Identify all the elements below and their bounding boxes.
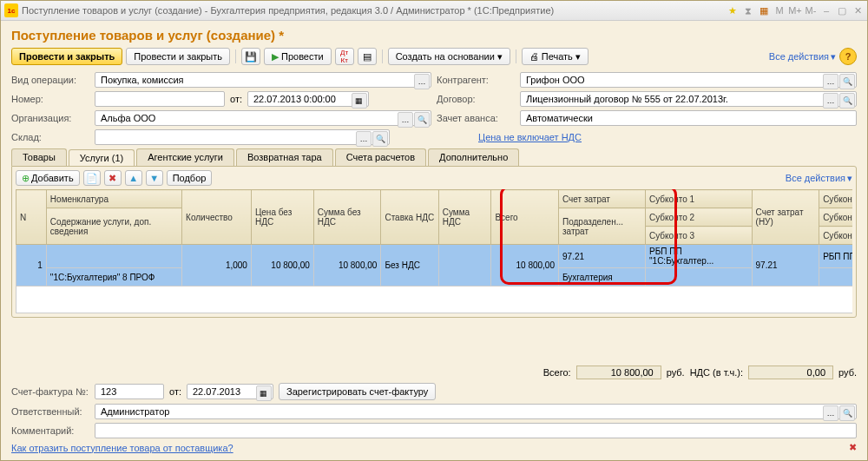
cell-total[interactable]: 10 800,00 [491, 245, 559, 286]
help-icon[interactable]: ? [839, 48, 857, 65]
operation-field[interactable]: … [95, 72, 431, 88]
date-field[interactable]: ▦ [247, 91, 369, 107]
col-rate[interactable]: Ставка НДС [381, 190, 438, 245]
search-icon[interactable]: 🔍 [839, 74, 855, 89]
col-sknu1[interactable]: Субконто НУ 1 [819, 190, 852, 208]
cell-sumnds[interactable] [438, 245, 491, 286]
tab-services[interactable]: Услуги (1) [69, 149, 135, 167]
col-nomenclature[interactable]: Номенклатура [46, 190, 181, 208]
dots-icon[interactable]: … [823, 405, 838, 421]
calc-m-icon[interactable]: M [773, 4, 786, 16]
col-total[interactable]: Всего [491, 190, 559, 245]
contractor-field[interactable]: …🔍 [520, 72, 857, 88]
tab-agent[interactable]: Агентские услуги [136, 148, 234, 166]
post-button[interactable]: ▶Провести [264, 48, 332, 65]
cell-qty[interactable]: 1,000 [182, 245, 252, 286]
pick-button[interactable]: Подбор [167, 170, 213, 186]
dots-icon[interactable]: … [823, 93, 838, 109]
col-sum[interactable]: Сумма без НДС [313, 190, 381, 245]
table-row[interactable]: 1 1,000 10 800,00 10 800,00 Без НДС 10 8… [16, 245, 853, 268]
dots-icon[interactable]: … [414, 74, 430, 89]
move-up-icon[interactable]: ▲ [125, 170, 142, 186]
logo-1c-icon: 1c [4, 3, 18, 17]
register-invoice-button[interactable]: Зарегистрировать счет-фактуру [279, 383, 436, 400]
cell-acc[interactable]: 97.21 [558, 245, 645, 268]
tab-extra[interactable]: Дополнительно [428, 148, 519, 166]
col-sumnds[interactable]: Сумма НДС [438, 190, 491, 245]
invoice-number-field[interactable] [95, 384, 164, 399]
help-link[interactable]: Как отразить поступление товара от поста… [11, 443, 233, 453]
cell-price[interactable]: 10 800,00 [251, 245, 313, 286]
post-and-save-button[interactable]: Провести и закрыть [126, 48, 230, 65]
dtkt-icon[interactable]: ДтКт [335, 48, 354, 65]
calendar-icon[interactable]: ▦ [352, 93, 367, 109]
cell-sknu-empty[interactable] [819, 268, 852, 286]
tab-returnable[interactable]: Возвратная тара [236, 148, 333, 166]
print-button[interactable]: 🖨Печать ▾ [522, 48, 589, 65]
tab-accounts[interactable]: Счета расчетов [335, 148, 426, 166]
cell-sknu1[interactable]: РБП ПП "1С:Бухгалтер... [819, 245, 852, 268]
col-acc[interactable]: Счет затрат [558, 190, 645, 208]
invoice-date-field[interactable]: ▦ [187, 384, 273, 399]
cell-sum[interactable]: 10 800,00 [313, 245, 381, 286]
cell-accnu[interactable]: 97.21 [752, 245, 819, 286]
cell-rate[interactable]: Без НДС [381, 245, 438, 286]
minimize-icon[interactable]: – [820, 4, 832, 16]
calc-mminus-icon[interactable]: M- [805, 4, 817, 16]
col-qty[interactable]: Количество [182, 190, 252, 245]
col-dept[interactable]: Подразделен... затрат [558, 208, 645, 245]
all-actions-link[interactable]: Все действия ▾ [769, 51, 836, 63]
close-window-icon[interactable]: ✕ [852, 4, 864, 16]
col-n[interactable]: N [16, 190, 47, 245]
table-row-empty[interactable] [16, 286, 853, 313]
responsible-field[interactable]: …🔍 [95, 404, 857, 419]
col-accnu[interactable]: Счет затрат (НУ) [752, 190, 819, 245]
maximize-icon[interactable]: ▢ [836, 4, 848, 16]
search-icon[interactable]: 🔍 [839, 93, 855, 109]
report-icon[interactable]: ▤ [358, 48, 377, 65]
calc-mplus-icon[interactable]: M+ [789, 4, 801, 16]
move-down-icon[interactable]: ▼ [146, 170, 163, 186]
number-field[interactable] [95, 91, 225, 107]
cell-nom-empty[interactable] [46, 245, 181, 268]
save-icon[interactable]: 💾 [241, 48, 260, 65]
dots-icon[interactable]: … [356, 131, 372, 147]
search-icon[interactable]: 🔍 [372, 131, 388, 147]
close-icon[interactable]: ✖ [849, 442, 857, 453]
calendar-icon[interactable]: ▦ [758, 4, 770, 16]
calendar-icon[interactable]: ▦ [256, 385, 272, 401]
col-price[interactable]: Цена без НДС [251, 190, 313, 245]
contract-field[interactable]: …🔍 [520, 91, 857, 107]
col-sk1[interactable]: Субконто 1 [646, 190, 753, 208]
tab-goods[interactable]: Товары [11, 148, 67, 166]
search-icon[interactable]: 🔍 [414, 112, 430, 128]
add-row-button[interactable]: ⊕Добавить [16, 170, 80, 186]
post-and-close-button[interactable]: Провести и закрыть [11, 48, 122, 65]
col-sk3[interactable]: Субконто 3 [646, 227, 753, 245]
col-sknu2[interactable]: Субконто НУ 2 [819, 208, 852, 227]
search-icon[interactable]: 🔍 [839, 405, 855, 421]
header-form: Вид операции: … Контрагент: …🔍 Номер: от… [1, 72, 867, 145]
history-icon[interactable]: ⧗ [742, 4, 754, 16]
comment-field[interactable] [95, 423, 857, 438]
dots-icon[interactable]: … [823, 74, 838, 89]
delete-row-icon[interactable]: ✖ [104, 170, 122, 186]
favorite-icon[interactable]: ★ [727, 4, 739, 16]
col-sknu3[interactable]: Субконто НУ 3 [819, 227, 852, 245]
cell-sk-empty[interactable] [646, 268, 753, 286]
copy-row-icon[interactable]: 📄 [83, 170, 101, 186]
warehouse-field[interactable]: …🔍 [95, 129, 390, 145]
cell-dept[interactable]: Бухгалтерия [558, 268, 645, 286]
services-table[interactable]: N Номенклатура Количество Цена без НДС С… [16, 189, 852, 313]
grid-all-actions[interactable]: Все действия ▾ [786, 173, 852, 184]
cell-sk1[interactable]: РБП ПП "1С:Бухгалтер... [646, 245, 753, 268]
col-sk2[interactable]: Субконто 2 [646, 208, 753, 227]
dots-icon[interactable]: … [398, 112, 413, 128]
cell-nom[interactable]: "1С:Бухгалтерия" 8 ПРОФ [46, 268, 181, 286]
org-field[interactable]: …🔍 [95, 110, 431, 126]
create-based-button[interactable]: Создать на основании ▾ [388, 48, 510, 65]
cell-n[interactable]: 1 [16, 245, 47, 286]
nds-link[interactable]: Цена не включает НДС [478, 132, 582, 142]
col-content[interactable]: Содержание услуги, доп. сведения [46, 208, 181, 245]
advance-field[interactable] [520, 110, 857, 126]
